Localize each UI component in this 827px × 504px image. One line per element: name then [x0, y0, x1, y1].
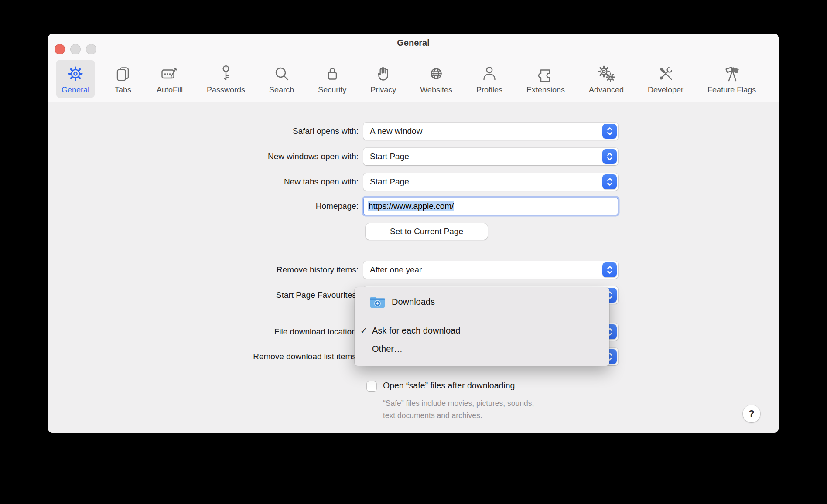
safari-opens-with-select[interactable]: A new window — [363, 123, 618, 140]
open-safe-files-label: Open “safe” files after downloading — [383, 381, 515, 391]
menu-item-ask-for-each-download[interactable]: ✓ Ask for each download — [355, 321, 609, 340]
general-settings-pane: Safari opens with: A new window New wind… — [48, 102, 779, 433]
person-icon — [480, 64, 499, 84]
stepper-icon — [602, 124, 617, 139]
tab-autofill[interactable]: AutoFill — [151, 60, 188, 98]
help-button[interactable]: ? — [743, 405, 760, 422]
start-page-favourites-label: Start Page Favourites: — [48, 286, 359, 304]
menu-item-label: Other… — [372, 344, 403, 354]
select-value: A new window — [370, 123, 422, 140]
tab-label: Advanced — [589, 85, 624, 95]
tab-search[interactable]: Search — [263, 60, 300, 98]
menu-item-downloads[interactable]: Downloads — [355, 292, 609, 311]
key-icon — [216, 64, 236, 84]
safe-files-note-line2: text documents and archives. — [383, 409, 534, 422]
tab-profiles[interactable]: Profiles — [471, 60, 508, 98]
tab-security[interactable]: Security — [312, 60, 352, 98]
select-value: Start Page — [370, 173, 409, 191]
tab-developer[interactable]: Developer — [642, 60, 689, 98]
remove-history-select[interactable]: After one year — [363, 261, 618, 279]
new-windows-open-select[interactable]: Start Page — [363, 148, 618, 165]
tab-tabs[interactable]: Tabs — [108, 60, 138, 98]
tab-feature-flags[interactable]: Feature Flags — [702, 60, 762, 98]
menu-item-other[interactable]: Other… — [355, 340, 609, 358]
tab-advanced[interactable]: Advanced — [583, 60, 629, 98]
desktop-background: General General — [0, 0, 827, 504]
tab-extensions[interactable]: Extensions — [521, 60, 571, 98]
remove-download-list-label: Remove download list items: — [48, 348, 359, 365]
gear-icon — [66, 64, 85, 84]
remove-history-label: Remove history items: — [48, 261, 359, 279]
new-tabs-open-label: New tabs open with: — [48, 173, 359, 191]
window-title: General — [48, 38, 779, 48]
download-location-menu: Downloads ✓ Ask for each download Other… — [355, 287, 609, 366]
window-chrome: General General — [48, 34, 779, 102]
tab-websites[interactable]: Websites — [414, 60, 458, 98]
new-tabs-open-select[interactable]: Start Page — [363, 173, 618, 191]
stepper-icon — [602, 149, 617, 164]
tab-label: Feature Flags — [707, 85, 756, 95]
stepper-icon — [602, 174, 617, 189]
tab-general[interactable]: General — [56, 60, 95, 98]
open-safe-files-checkbox[interactable] — [367, 381, 376, 391]
menu-item-label: Downloads — [392, 297, 435, 307]
lock-icon — [323, 64, 342, 84]
puzzle-icon — [536, 64, 555, 84]
downloads-folder-icon — [370, 296, 385, 308]
menu-separator — [361, 315, 603, 315]
stepper-icon — [602, 262, 617, 277]
safari-opens-with-label: Safari opens with: — [48, 123, 359, 140]
tab-label: Websites — [420, 85, 452, 95]
tab-label: AutoFill — [157, 85, 183, 95]
tools-icon — [656, 64, 675, 84]
tab-label: Privacy — [370, 85, 396, 95]
tab-label: Profiles — [476, 85, 502, 95]
homepage-label: Homepage: — [48, 198, 359, 215]
tab-label: Extensions — [526, 85, 565, 95]
set-to-current-page-button[interactable]: Set to Current Page — [366, 223, 488, 240]
tab-label: Passwords — [207, 85, 245, 95]
selected-text: https://www.apple.com/ — [368, 201, 454, 211]
tab-privacy[interactable]: Privacy — [365, 60, 402, 98]
select-value: After one year — [370, 261, 422, 279]
tab-label: Developer — [648, 85, 683, 95]
homepage-input[interactable]: https://www.apple.com/ — [363, 198, 618, 215]
flags-icon — [722, 64, 742, 84]
file-download-location-label: File download location: — [48, 323, 359, 341]
menu-item-label: Ask for each download — [372, 326, 460, 336]
safe-files-note-line1: “Safe” files include movies, pictures, s… — [383, 397, 534, 409]
settings-toolbar: General Tabs — [56, 60, 762, 98]
search-icon — [272, 64, 291, 84]
tabs-icon — [113, 64, 133, 84]
safari-settings-window: General General — [48, 34, 779, 433]
checkmark-icon: ✓ — [355, 326, 372, 336]
new-windows-open-label: New windows open with: — [48, 148, 359, 165]
tab-label: Security — [318, 85, 346, 95]
hand-icon — [374, 64, 393, 84]
gears-icon — [597, 64, 616, 84]
tab-label: Tabs — [115, 85, 131, 95]
tab-passwords[interactable]: Passwords — [201, 60, 251, 98]
safe-files-note: “Safe” files include movies, pictures, s… — [383, 397, 534, 422]
tab-label: Search — [269, 85, 294, 95]
tab-label: General — [62, 85, 89, 95]
globe-icon — [427, 64, 446, 84]
autofill-icon — [160, 64, 179, 84]
select-value: Start Page — [370, 148, 409, 165]
